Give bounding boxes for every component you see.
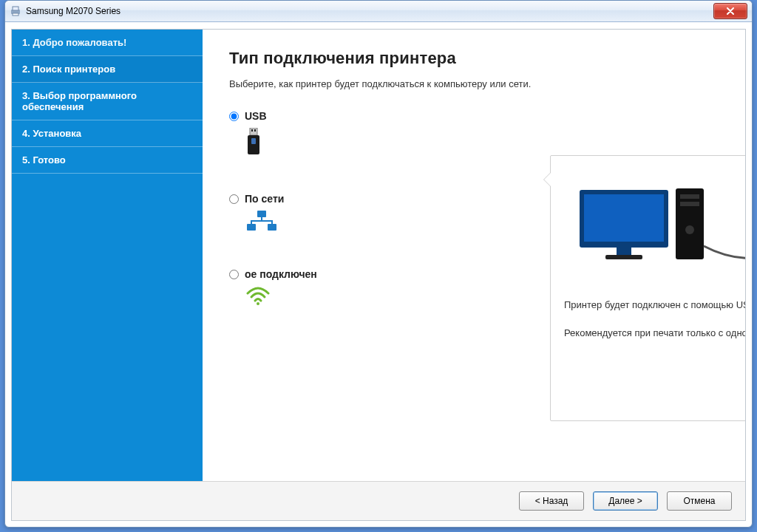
svg-rect-10: [268, 224, 276, 231]
connection-preview-panel: Принтер будет подключен с помощью USB-ка…: [550, 155, 745, 421]
page-subtitle: Выберите, как принтер будет подключаться…: [229, 78, 719, 89]
radio-network[interactable]: [229, 194, 239, 204]
close-icon: [726, 7, 735, 15]
step-install[interactable]: 4. Установка: [12, 120, 203, 147]
wizard-footer: < Назад Далее > Отмена: [12, 481, 745, 520]
page-title: Тип подключения принтера: [229, 49, 719, 68]
cancel-button[interactable]: Отмена: [667, 491, 732, 511]
svg-rect-5: [254, 129, 256, 132]
network-lan-icon: [245, 211, 355, 233]
next-button[interactable]: Далее >: [593, 491, 658, 511]
option-label-network: По сети: [245, 193, 284, 205]
option-label-usb: USB: [245, 110, 267, 122]
svg-rect-14: [617, 248, 631, 255]
option-label-wireless: ое подключен: [245, 268, 317, 280]
svg-rect-15: [605, 255, 642, 259]
option-network[interactable]: По сети: [229, 193, 355, 233]
svg-point-19: [685, 225, 694, 234]
installer-body: 1. Добро пожаловать! 2. Поиск принтеров …: [11, 29, 746, 521]
option-wireless[interactable]: ое подключен: [229, 268, 355, 305]
svg-rect-16: [676, 188, 704, 259]
svg-rect-9: [247, 224, 256, 231]
preview-description-line2: Рекомендуется при печати только с одного…: [564, 326, 745, 341]
step-welcome[interactable]: 1. Добро пожаловать!: [12, 30, 203, 56]
connection-options: USB По сети: [229, 110, 355, 341]
window-title: Samsung M2070 Series: [26, 6, 120, 16]
option-usb[interactable]: USB: [229, 110, 355, 157]
printer-app-icon: [10, 5, 21, 17]
window-close-button[interactable]: [713, 3, 747, 19]
usb-stick-icon: [245, 128, 355, 157]
svg-rect-2: [13, 13, 18, 16]
svg-rect-6: [248, 135, 259, 154]
radio-wireless[interactable]: [229, 270, 239, 279]
step-search[interactable]: 2. Поиск принтеров: [12, 56, 203, 83]
svg-rect-18: [680, 202, 699, 206]
connection-illustration: [564, 183, 745, 271]
svg-rect-13: [584, 194, 664, 242]
installer-window: Samsung M2070 Series 1. Добро пожаловать…: [4, 0, 753, 528]
back-button[interactable]: < Назад: [519, 491, 584, 511]
svg-rect-17: [680, 194, 699, 199]
svg-rect-8: [257, 211, 266, 217]
wizard-steps-sidebar: 1. Добро пожаловать! 2. Поиск принтеров …: [12, 30, 203, 482]
svg-rect-3: [250, 128, 257, 135]
svg-rect-1: [13, 7, 18, 10]
svg-point-11: [257, 302, 259, 305]
step-software[interactable]: 3. Выбор программного обеспечения: [12, 83, 203, 120]
wizard-content: Тип подключения принтера Выберите, как п…: [203, 30, 745, 482]
svg-rect-4: [251, 129, 253, 132]
window-titlebar: Samsung M2070 Series: [5, 1, 752, 22]
svg-rect-7: [251, 138, 256, 144]
step-finish[interactable]: 5. Готово: [12, 147, 203, 174]
wifi-icon: [245, 286, 355, 305]
preview-description-line1: Принтер будет подключен с помощью USB-ка…: [564, 298, 745, 313]
radio-usb[interactable]: [229, 112, 239, 121]
callout-arrow-icon: [543, 172, 551, 187]
